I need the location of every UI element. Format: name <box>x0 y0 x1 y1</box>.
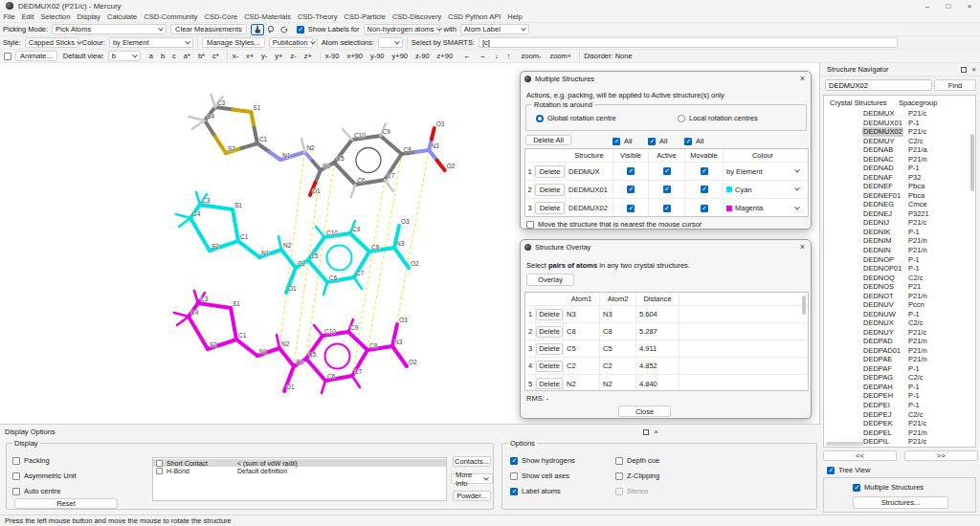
clear-measurements-button[interactable]: Clear Measurements <box>170 24 247 34</box>
list-horizontal-scrollbar[interactable] <box>826 442 864 446</box>
delete-button[interactable]: Delete <box>535 202 565 214</box>
navigator-row[interactable]: DEDNAD P-1 <box>824 164 975 173</box>
navigator-row[interactable]: DEDPEH P-1 <box>824 391 975 401</box>
rotate-90-button[interactable]: y-90 <box>369 52 386 60</box>
translate-arrow-button[interactable]: ↓ <box>494 52 500 60</box>
navigator-row[interactable]: DEDNIJ P21/c <box>824 218 975 228</box>
axis-view-button[interactable]: b* <box>197 52 206 60</box>
navigator-row[interactable]: DEDNEJ P3221 <box>824 209 975 219</box>
more-info-button[interactable]: More Info <box>451 473 493 484</box>
navigator-row[interactable]: DEDNAF P32 <box>824 173 975 183</box>
movable-checkbox[interactable] <box>701 167 708 175</box>
menu-item[interactable]: CSD-Community <box>141 12 201 21</box>
close-dialog-button[interactable]: Close <box>618 405 671 417</box>
structures-button[interactable]: Structures... <box>853 496 948 509</box>
smarts-input[interactable] <box>479 37 898 48</box>
depth-cue-checkbox[interactable]: Depth cue <box>615 456 659 465</box>
rotate-step-button[interactable]: z+ <box>303 52 313 60</box>
navigator-row[interactable]: DEDMUX02 P21/c <box>824 127 975 137</box>
menu-item[interactable]: CSD-Particle <box>341 12 389 21</box>
rotate-step-button[interactable]: y- <box>260 52 268 60</box>
powder-button[interactable]: Powder... <box>453 491 491 501</box>
axis-view-button[interactable]: c <box>171 52 177 60</box>
delete-button[interactable]: Delete <box>536 326 563 338</box>
show-labels-checkbox[interactable] <box>297 26 304 33</box>
colour-select[interactable]: Cyan <box>724 181 802 198</box>
navigator-row[interactable]: DEDPEK P21/c <box>824 419 975 428</box>
menu-item[interactable]: CSD Python API <box>445 12 504 21</box>
navigator-row[interactable]: DEDMUY C2/c <box>824 137 975 146</box>
axis-view-button[interactable]: b <box>160 52 166 60</box>
active-checkbox[interactable] <box>663 205 671 212</box>
label-atoms-checkbox[interactable]: Label atoms <box>510 487 561 495</box>
navigator-row[interactable]: DEDPEI P-1 <box>824 401 975 410</box>
all-movable-checkbox[interactable]: All <box>684 137 703 145</box>
find-button[interactable]: Find <box>934 79 976 91</box>
style-preset-select[interactable]: Publication <box>269 37 313 48</box>
label-target-select[interactable]: Non-hydrogen atoms <box>364 24 440 34</box>
lasso-select-icon[interactable] <box>264 24 278 35</box>
animate-checkbox[interactable] <box>4 53 11 60</box>
colour-select[interactable]: Magenta <box>724 199 802 217</box>
navigator-row[interactable]: DEDPEJ C2/c <box>824 410 975 420</box>
z-clipping-checkbox[interactable]: Z-Clipping <box>615 471 659 480</box>
navigator-row[interactable]: DEDNUY P21/c <box>824 328 975 338</box>
colour-select[interactable]: by Element <box>724 163 802 180</box>
table-scrollbar[interactable] <box>802 296 806 315</box>
visible-checkbox[interactable] <box>627 205 635 212</box>
menu-item[interactable]: CSD-Discovery <box>389 12 444 21</box>
rotate-90-button[interactable]: x+90 <box>345 52 363 60</box>
delete-button[interactable]: Delete <box>535 184 565 196</box>
float-panel-icon[interactable] <box>643 429 649 435</box>
navigator-row[interactable]: DEDNUW P-1 <box>824 310 975 319</box>
style-select[interactable]: Capped Sticks <box>25 37 78 48</box>
picking-mode-select[interactable]: Pick Atoms <box>52 24 167 34</box>
rotate-step-button[interactable]: y+ <box>274 52 283 60</box>
default-view-select[interactable]: b <box>108 51 141 61</box>
delete-button[interactable]: Delete <box>536 378 563 389</box>
zoom-button[interactable]: zoom- <box>521 52 543 60</box>
menu-item[interactable]: Calculate <box>103 12 140 21</box>
label-type-select[interactable]: Atom Label <box>460 24 529 34</box>
rotate-step-button[interactable]: z- <box>289 52 297 60</box>
translate-arrow-button[interactable]: → <box>479 52 488 60</box>
menu-item[interactable]: Selection <box>37 12 74 21</box>
navigator-row[interactable]: DEDNOP P-1 <box>824 255 975 265</box>
delete-button[interactable]: Delete <box>535 165 565 178</box>
axis-view-button[interactable]: a* <box>183 52 191 60</box>
active-checkbox[interactable] <box>663 167 671 175</box>
navigator-row[interactable]: DEDNEF Pbca <box>824 182 975 191</box>
menu-item[interactable]: File <box>0 12 18 21</box>
navigator-row[interactable]: DEDPAD P21/n <box>824 337 975 346</box>
show-hydrogens-checkbox[interactable]: Show hydrogens <box>510 456 575 465</box>
short-contact-row[interactable]: Short Contact < (sum of vdW radii) <box>153 459 446 467</box>
menu-item[interactable]: CSD-Core <box>201 12 241 21</box>
refcode-search-input[interactable] <box>825 79 932 91</box>
animate-button[interactable]: Animate... <box>15 51 57 61</box>
previous-structures-button[interactable]: << <box>823 450 897 461</box>
dialog-title-bar[interactable]: Structure Overlay × <box>521 240 811 253</box>
navigator-row[interactable]: DEDPAF P-1 <box>824 364 975 374</box>
navigator-row[interactable]: DEDMUX P21/c <box>824 109 975 119</box>
rotate-90-button[interactable]: z-90 <box>414 52 431 60</box>
navigator-row[interactable]: DEDNAC P21/n <box>824 155 975 164</box>
navigator-row[interactable]: DEDNOQ C2/c <box>824 274 975 283</box>
active-checkbox[interactable] <box>663 186 671 193</box>
next-structures-button[interactable]: >> <box>904 450 978 461</box>
pick-hand-icon[interactable] <box>251 24 264 35</box>
atom-selections-select[interactable] <box>378 37 403 48</box>
navigator-row[interactable]: DEDPEL P21/n <box>824 428 975 438</box>
multiple-structures-checkbox[interactable]: Multiple Structures <box>853 483 924 492</box>
delete-all-button[interactable]: Delete All <box>525 135 571 145</box>
navigator-row[interactable]: DEDNEG Cmce <box>824 200 975 209</box>
tree-view-checkbox[interactable]: Tree View <box>827 466 870 474</box>
navigator-row[interactable]: DEDPAG C2/c <box>824 373 975 383</box>
navigator-row[interactable]: DEDPAD01 P21/n <box>824 346 975 356</box>
navigator-row[interactable]: DEDNUX C2/c <box>824 318 975 328</box>
maximize-button[interactable]: □ <box>938 0 959 11</box>
minimize-button[interactable]: – <box>917 0 938 11</box>
list-vertical-scrollbar[interactable] <box>970 134 974 191</box>
move-rotate-icon[interactable] <box>278 24 291 35</box>
checkbox-icon[interactable] <box>156 460 163 467</box>
move-nearest-checkbox[interactable]: Move the structure that is nearest the m… <box>526 220 702 229</box>
